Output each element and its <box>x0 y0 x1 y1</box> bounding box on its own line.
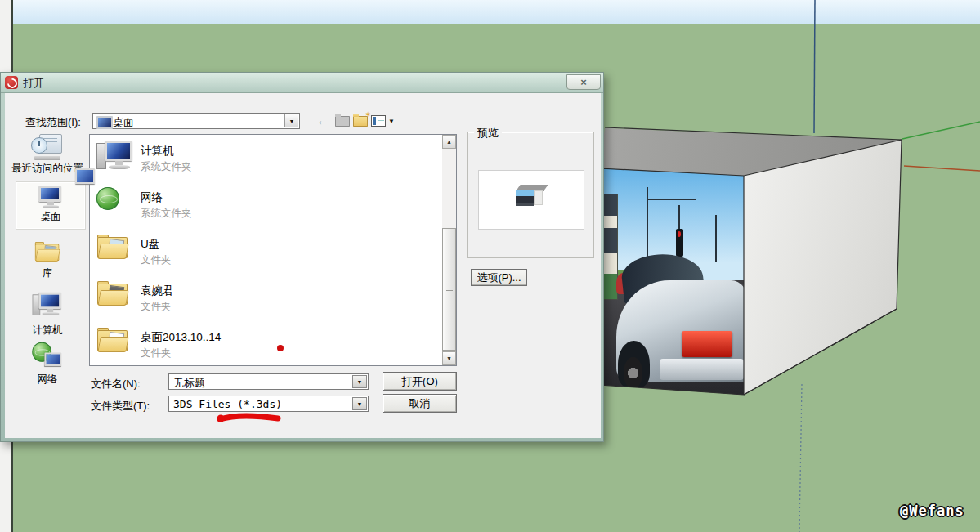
file-list: 计算机 系统文件夹 网络 系统文件夹 U盘 文件夹 袁婉君 文件夹 桌面2013… <box>89 134 457 366</box>
new-folder-button[interactable] <box>353 114 368 128</box>
desktop-mini-icon <box>96 116 113 129</box>
file-type: 系统文件夹 <box>141 207 192 221</box>
cancel-button[interactable]: 取消 <box>383 394 457 413</box>
sidebar-item-label: 库 <box>43 267 53 279</box>
file-type-label: 文件类型(T): <box>91 399 150 414</box>
texture-tail-light <box>682 331 732 356</box>
file-name: 桌面2013.10..14 <box>141 330 221 345</box>
preview-label: 预览 <box>474 126 502 141</box>
dialog-body: 查找范围(I): 桌面 ▼ ← ▼ 最近访问的位置 桌 <box>5 93 601 438</box>
options-button[interactable]: 选项(P)... <box>471 269 527 286</box>
sidebar-item-label: 桌面 <box>41 211 61 222</box>
back-arrow-icon: ← <box>316 114 330 127</box>
dialog-title: 打开 <box>23 76 44 91</box>
sidebar-item-label: 最近访问的位置 <box>11 163 83 174</box>
look-in-combobox[interactable]: 桌面 ▼ <box>92 113 300 129</box>
chevron-down-icon[interactable]: ▼ <box>352 375 367 388</box>
thumb-front-face <box>516 190 534 206</box>
texture-signal-arm <box>647 199 696 200</box>
file-name: U盘 <box>141 237 159 252</box>
open-dialog: 打开 × 查找范围(I): 桌面 ▼ ← ▼ 最近访 <box>0 72 604 442</box>
file-type: 文件夹 <box>141 300 172 314</box>
thumb-grip-icon <box>446 288 453 293</box>
sidebar-item-libraries[interactable]: 库 <box>11 239 83 280</box>
box-front-face-car-texture <box>599 163 744 396</box>
close-button[interactable]: × <box>566 74 601 90</box>
chevron-down-icon: ▼ <box>388 118 395 125</box>
scroll-up-icon[interactable]: ▲ <box>442 135 456 149</box>
file-row-computer[interactable]: 计算机 系统文件夹 <box>92 137 427 180</box>
file-name-label: 文件名(N): <box>91 377 141 391</box>
sidebar-item-label: 网络 <box>38 373 58 385</box>
look-in-value: 桌面 <box>113 115 134 130</box>
preview-area <box>478 170 584 230</box>
thumb-right-face <box>534 190 543 205</box>
sidebar-item-computer[interactable]: 计算机 <box>11 289 83 338</box>
look-in-label: 查找范围(I): <box>25 115 81 130</box>
list-scrollbar[interactable]: ▲ ▼ <box>442 135 456 365</box>
scroll-down-icon[interactable]: ▼ <box>442 351 456 365</box>
scrollbar-thumb[interactable] <box>442 228 456 351</box>
folder-gray-icon <box>335 116 350 127</box>
texture-lamp-pole <box>715 215 717 262</box>
sketchup-app-icon <box>5 76 18 89</box>
file-row-desktop-folder[interactable]: 桌面2013.10..14 文件夹 <box>92 324 427 366</box>
dialog-titlebar[interactable]: 打开 × <box>1 73 603 93</box>
texture-traffic-light <box>676 229 683 257</box>
file-row-yuanwanjun[interactable]: 袁婉君 文件夹 <box>92 277 427 320</box>
file-type-value: 3DS Files (*.3ds) <box>173 398 282 410</box>
libraries-icon <box>34 241 60 262</box>
network-icon <box>32 342 62 369</box>
chevron-down-icon[interactable]: ▼ <box>284 114 298 127</box>
watermark: @Wefans <box>900 503 964 519</box>
sidebar-item-desktop[interactable]: 桌面 <box>16 181 86 230</box>
file-type-combobox[interactable]: 3DS Files (*.3ds) ▼ <box>168 396 369 412</box>
recent-places-icon <box>29 132 65 160</box>
file-name: 计算机 <box>141 144 174 159</box>
file-type: 文件夹 <box>141 346 172 360</box>
sidebar-item-network[interactable]: 网络 <box>11 340 83 387</box>
file-name-combobox[interactable]: 无标题 ▼ <box>168 373 369 390</box>
computer-icon <box>33 293 63 319</box>
file-row-network[interactable]: 网络 系统文件夹 <box>92 184 427 226</box>
preview-thumbnail <box>516 185 545 207</box>
close-icon: × <box>580 76 587 88</box>
places-sidebar: 最近访问的位置 桌面 库 计算机 网络 <box>9 130 87 367</box>
texture-bumper <box>660 359 744 380</box>
up-one-level-button[interactable] <box>335 114 350 128</box>
desktop-icon <box>37 186 65 208</box>
file-name: 网络 <box>141 190 163 205</box>
new-folder-icon <box>353 116 368 127</box>
sidebar-item-recent-places[interactable]: 最近访问的位置 <box>11 132 83 176</box>
chevron-down-icon[interactable]: ▼ <box>352 397 367 410</box>
viewport-sky <box>13 0 980 24</box>
view-menu-button[interactable]: ▼ <box>371 114 395 128</box>
preview-groupbox: 预览 <box>467 132 594 258</box>
file-type: 文件夹 <box>141 253 172 267</box>
file-type: 系统文件夹 <box>141 160 192 174</box>
sidebar-item-label: 计算机 <box>32 324 63 336</box>
file-row-usb[interactable]: U盘 文件夹 <box>92 230 427 273</box>
view-menu-icon <box>371 115 386 127</box>
open-button[interactable]: 打开(O) <box>383 372 457 391</box>
red-dot-annotation <box>277 345 284 351</box>
back-button[interactable]: ← <box>316 114 330 128</box>
file-name-value: 无标题 <box>173 376 205 391</box>
file-name: 袁婉君 <box>141 284 174 298</box>
